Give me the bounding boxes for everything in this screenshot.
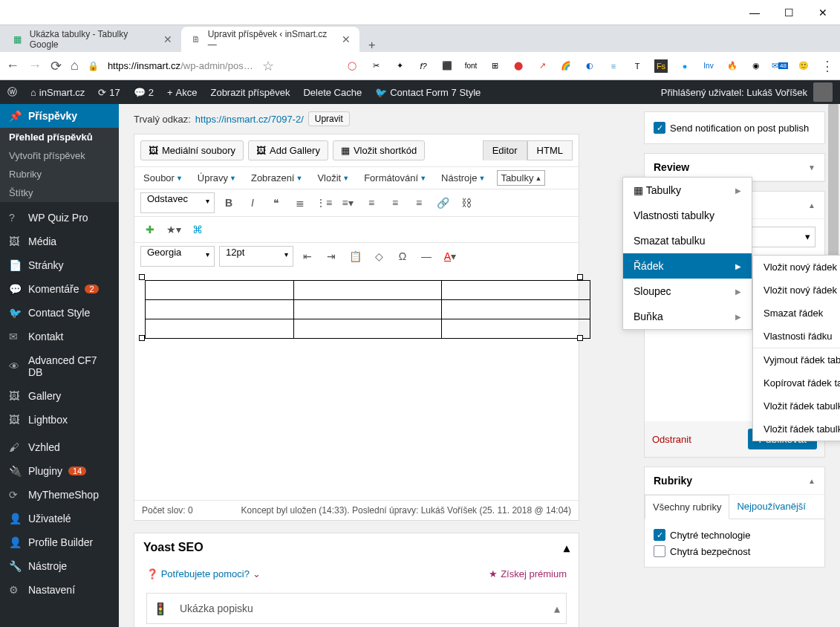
indent-button[interactable]: ⇥: [322, 247, 341, 266]
ext-icon[interactable]: ◐: [583, 59, 596, 73]
comments-link[interactable]: 💬 2: [134, 87, 154, 98]
ol-button[interactable]: ⋮≡: [314, 193, 333, 212]
sidebar-item[interactable]: 🖌Vzhled: [0, 435, 119, 459]
wp-logo[interactable]: ⓦ: [7, 85, 17, 99]
toggle-icon[interactable]: ▲: [808, 201, 815, 209]
sidebar-item[interactable]: 👤Profile Builder: [0, 530, 119, 554]
insert-shortcode-button[interactable]: ▦ Vložit shortkód: [333, 140, 425, 160]
paste-button[interactable]: 📋: [345, 247, 365, 266]
ext-icon[interactable]: ✂: [369, 59, 382, 73]
user-greeting[interactable]: Přihlášený uživatel: Lukáš Voříšek: [661, 87, 807, 98]
sidebar-item[interactable]: 🖼Gallery: [0, 384, 119, 408]
menu-item-properties[interactable]: Vlastnosti tabulky: [623, 203, 752, 228]
delete-cache-link[interactable]: Delete Cache: [303, 87, 362, 98]
submenu-copy-row[interactable]: Kopírovat řádek tabulky: [753, 371, 840, 394]
ext-icon[interactable]: ≡: [607, 59, 620, 73]
bold-button[interactable]: B: [219, 193, 238, 212]
category-checkbox[interactable]: [654, 545, 665, 557]
submenu-insert-below[interactable]: Vložit nový řádek dolů: [753, 279, 840, 302]
textcolor-button[interactable]: A▾: [440, 247, 460, 266]
submenu-delete-row[interactable]: Smazat řádek: [753, 302, 840, 325]
ext-icon[interactable]: Inv: [702, 59, 715, 73]
menu-item-column[interactable]: Sloupec▶: [623, 279, 752, 304]
ext-icon[interactable]: 🔥: [726, 59, 739, 73]
special-button[interactable]: Ω: [393, 247, 412, 266]
submenu-cut-row[interactable]: Vyjmout řádek tabulky: [753, 348, 840, 371]
ext-icon[interactable]: Fs: [654, 59, 668, 73]
yoast-help-link[interactable]: Potřebujete pomoci?: [161, 568, 250, 579]
paragraph-select[interactable]: Odstavec: [140, 192, 215, 213]
categories-tab-all[interactable]: Všechny rubriky: [645, 495, 729, 519]
forward-button[interactable]: →: [28, 58, 42, 74]
sidebar-item[interactable]: ✉Kontakt: [0, 325, 119, 348]
ext-icon[interactable]: 🙂: [797, 59, 810, 73]
align-center-button[interactable]: ≡: [385, 193, 405, 212]
home-button[interactable]: ⌂: [71, 58, 79, 74]
snippet-toggle-icon[interactable]: ▴: [548, 596, 566, 622]
ext-icon[interactable]: ⬛: [440, 59, 454, 73]
editor-tab-visual[interactable]: Editor: [483, 140, 527, 160]
menu-table[interactable]: Tabulky▲: [497, 170, 545, 186]
submenu-paste-below[interactable]: Vložit řádek tabulky dolů: [753, 418, 840, 441]
media-button[interactable]: 🖼 Mediální soubory: [140, 140, 244, 160]
resize-handle[interactable]: [577, 335, 583, 341]
menu-item-row[interactable]: Řádek▶: [623, 253, 752, 279]
add-button[interactable]: ✚: [140, 220, 160, 239]
menu-tools[interactable]: Nástroje▼: [438, 170, 488, 186]
add-gallery-button[interactable]: 🖼 Add Gallery: [248, 140, 328, 160]
italic-button[interactable]: I: [243, 193, 262, 212]
star-button[interactable]: ★▾: [164, 220, 183, 239]
resize-handle[interactable]: [577, 274, 583, 280]
sidebar-item[interactable]: 💬Komentáře2: [0, 277, 119, 301]
cf7-link[interactable]: 🐦 Contact Form 7 Style: [375, 87, 481, 98]
new-link[interactable]: + Akce: [167, 87, 198, 98]
menu-file[interactable]: Soubor▼: [140, 170, 186, 186]
star-icon[interactable]: ☆: [262, 58, 274, 74]
sidebar-item[interactable]: 🔌Pluginy14: [0, 459, 119, 483]
sidebar-item[interactable]: ⟳MyThemeShop: [0, 483, 119, 507]
ext-icon[interactable]: ●: [678, 59, 691, 73]
list-button[interactable]: ≡▾: [338, 193, 357, 212]
sidebar-posts[interactable]: 📌Příspěvky: [0, 104, 119, 128]
menu-item-cell[interactable]: Buňka▶: [623, 304, 752, 329]
ext-icon[interactable]: ✦: [393, 59, 406, 73]
reload-button[interactable]: ⟳: [51, 58, 62, 74]
ext-icon[interactable]: ◯: [345, 59, 359, 73]
sidebar-item[interactable]: 🐦Contact Style: [0, 301, 119, 325]
menu-format[interactable]: Formátování▼: [361, 170, 429, 186]
editor-canvas[interactable]: [134, 270, 579, 500]
editor-tab-html[interactable]: HTML: [527, 140, 573, 160]
align-right-button[interactable]: ≡: [409, 193, 429, 212]
ul-button[interactable]: ≣: [290, 193, 310, 212]
window-minimize-button[interactable]: —: [738, 0, 772, 25]
link-button[interactable]: 🔗: [433, 193, 452, 212]
resize-handle[interactable]: [139, 274, 145, 280]
tab-close-icon[interactable]: ✕: [163, 33, 172, 45]
sidebar-sub-tags[interactable]: Štítky: [0, 183, 119, 202]
resize-handle[interactable]: [139, 335, 145, 341]
new-tab-button[interactable]: +: [359, 39, 384, 52]
ext-icon[interactable]: f?: [417, 59, 430, 73]
menu-edit[interactable]: Úpravy▼: [195, 170, 239, 186]
browser-tab[interactable]: ▦ Ukázka tabulky - Tabulky Google ✕: [3, 27, 181, 52]
site-link[interactable]: ⌂ inSmart.cz: [30, 87, 85, 98]
window-maximize-button[interactable]: ☐: [772, 0, 806, 25]
updates-link[interactable]: ⟳ 17: [98, 87, 120, 98]
menu-view[interactable]: Zobrazení▼: [248, 170, 305, 186]
clear-button[interactable]: ◇: [369, 247, 388, 266]
align-left-button[interactable]: ≡: [362, 193, 381, 212]
toggle-icon[interactable]: ▴: [564, 541, 570, 555]
sidebar-item[interactable]: ?WP Quiz Pro: [0, 206, 119, 230]
menu-button[interactable]: ⋮: [821, 58, 834, 74]
size-select[interactable]: 12pt: [219, 246, 293, 267]
tab-close-icon[interactable]: ✕: [342, 33, 351, 45]
browser-tab[interactable]: 🗎 Upravit příspěvek ‹ inSmart.cz — ✕: [181, 27, 359, 52]
ext-icon[interactable]: font: [464, 59, 478, 73]
sidebar-item[interactable]: 📄Stránky: [0, 253, 119, 277]
ext-icon[interactable]: ↗: [535, 59, 549, 73]
submenu-paste-above[interactable]: Vložit řádek tabulky nahoru: [753, 394, 840, 418]
sidebar-item[interactable]: 👤Uživatelé: [0, 507, 119, 530]
categories-tab-popular[interactable]: Nejpoužívanější: [729, 495, 813, 519]
user-avatar[interactable]: [813, 82, 833, 102]
sidebar-item[interactable]: ⚙Nastavení: [0, 578, 119, 602]
